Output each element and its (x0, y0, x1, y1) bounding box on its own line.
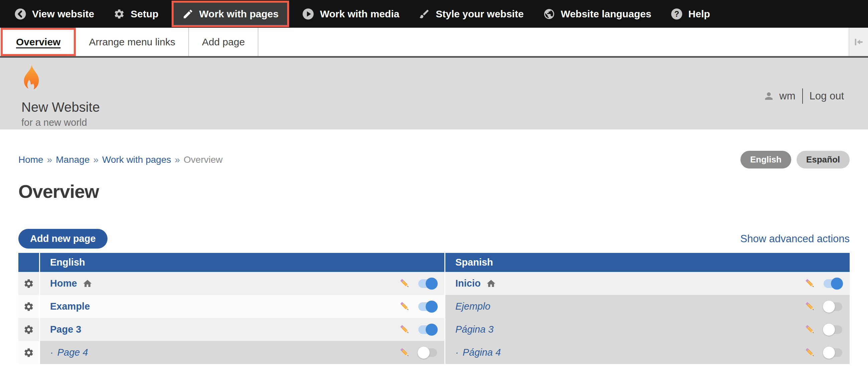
visibility-toggle[interactable] (824, 302, 842, 311)
edit-pencil-icon[interactable] (399, 301, 411, 312)
topbar-item-label: Work with pages (199, 8, 279, 20)
column-header-english: English (39, 253, 444, 272)
page-name: Example (50, 301, 90, 312)
page-link[interactable]: Home (50, 278, 77, 289)
tab-overview[interactable]: Overview (1, 28, 76, 56)
toggle-knob (426, 277, 438, 290)
edit-pencil-icon[interactable] (804, 324, 816, 336)
breadcrumb-separator: » (175, 155, 180, 165)
gear-icon[interactable] (23, 324, 34, 335)
topbar-item-setup[interactable]: Setup (104, 0, 168, 28)
collapse-left-icon (853, 36, 864, 48)
topbar-item-view-website[interactable]: View website (5, 0, 104, 28)
visibility-toggle[interactable] (418, 279, 437, 288)
visibility-toggle[interactable] (418, 348, 437, 357)
add-new-page-button[interactable]: Add new page (18, 229, 107, 248)
back-circle-icon (14, 8, 26, 20)
gear-icon[interactable] (23, 278, 34, 289)
table-row: Page 3 Página 3 (18, 318, 850, 341)
edit-pencil-icon[interactable] (804, 277, 816, 290)
table-row: Example Ejemplo (18, 295, 850, 318)
page-name: Page 4 (57, 347, 88, 358)
collapse-panel-button[interactable] (849, 28, 868, 56)
toggle-knob (823, 347, 835, 359)
visibility-toggle[interactable] (824, 279, 842, 288)
pages-table-header: English Spanish (18, 253, 850, 272)
toggle-knob (823, 301, 835, 312)
topbar-item-help[interactable]: Help (661, 0, 720, 28)
page-link[interactable]: Ejemplo (455, 301, 490, 312)
show-advanced-actions-link[interactable]: Show advanced actions (741, 233, 850, 245)
language-button-espanol[interactable]: Español (797, 151, 850, 168)
topbar-item-label: View website (32, 8, 94, 20)
logout-link[interactable]: Log out (810, 90, 844, 102)
row-settings-cell (18, 272, 39, 295)
page-cell-spanish: Inicio (444, 272, 850, 295)
page-link[interactable]: Page 3 (50, 324, 82, 335)
edit-pencil-icon[interactable] (804, 301, 816, 312)
topbar-item-style-your-website[interactable]: Style your website (409, 0, 533, 28)
page-link[interactable]: Página 3 (455, 324, 494, 335)
page-name: Página 3 (455, 324, 494, 335)
table-row: Home Inicio (18, 272, 850, 295)
row-settings-cell (18, 295, 39, 318)
toggle-knob (426, 324, 438, 336)
visibility-toggle[interactable] (824, 325, 842, 334)
topbar-item-website-languages[interactable]: Website languages (533, 0, 661, 28)
main-content: Home»Manage»Work with pages»Overview Eng… (0, 151, 868, 364)
tabbar-spacer (258, 28, 849, 56)
page-link[interactable]: ·Página 4 (455, 347, 501, 358)
page-cell-english: Home (39, 272, 444, 295)
visibility-toggle[interactable] (418, 325, 437, 334)
play-circle-icon (302, 8, 314, 20)
table-row: ·Page 4 ·Página 4 (18, 341, 850, 364)
tab-label: Add page (202, 36, 245, 48)
flame-logo (21, 62, 42, 97)
topbar-item-work-with-media[interactable]: Work with media (292, 0, 409, 28)
site-tagline: for a new world (21, 117, 868, 128)
tab-add-page[interactable]: Add page (189, 28, 258, 56)
question-circle-icon (671, 8, 683, 20)
top-nav-bar: View website Setup Work with pages Work … (0, 0, 868, 28)
page-title: Overview (18, 180, 850, 202)
edit-pencil-icon[interactable] (399, 277, 411, 290)
toggle-knob (426, 301, 438, 312)
gear-icon[interactable] (23, 301, 34, 312)
page-link[interactable]: ·Page 4 (50, 347, 88, 358)
breadcrumb-separator: » (93, 155, 98, 165)
page-cell-english: Example (39, 295, 444, 318)
topbar-item-label: Work with media (320, 8, 399, 20)
toggle-knob (831, 277, 843, 290)
section-tab-bar: Overview Arrange menu links Add page (0, 28, 868, 58)
breadcrumb-link-work-with-pages[interactable]: Work with pages (102, 155, 171, 165)
toggle-knob (823, 324, 835, 336)
child-page-prefix: · (455, 347, 459, 358)
topbar-item-work-with-pages[interactable]: Work with pages (172, 1, 289, 27)
visibility-toggle[interactable] (418, 302, 437, 311)
page-cell-spanish: ·Página 4 (444, 341, 850, 364)
username: wm (779, 90, 795, 102)
topbar-item-label: Help (688, 8, 710, 20)
edit-pencil-icon[interactable] (399, 347, 411, 359)
visibility-toggle[interactable] (824, 348, 842, 357)
child-page-prefix: · (50, 347, 54, 358)
row-settings-cell (18, 318, 39, 341)
column-header-spanish: Spanish (444, 253, 850, 272)
brush-icon (418, 8, 430, 20)
row-settings-cell (18, 341, 39, 364)
tab-label: Arrange menu links (89, 36, 175, 48)
breadcrumb-link-home[interactable]: Home (18, 155, 43, 165)
page-name: Page 3 (50, 324, 82, 335)
edit-pencil-icon[interactable] (399, 324, 411, 336)
page-link[interactable]: Inicio (455, 278, 481, 289)
user-divider (802, 89, 803, 104)
tab-arrange-menu-links[interactable]: Arrange menu links (76, 28, 188, 56)
language-button-english[interactable]: English (741, 151, 791, 168)
edit-pencil-icon[interactable] (804, 347, 816, 359)
page-link[interactable]: Example (50, 301, 90, 312)
breadcrumb-link-manage[interactable]: Manage (56, 155, 90, 165)
gear-icon[interactable] (23, 347, 34, 358)
page-name: Ejemplo (455, 301, 490, 312)
pages-table: English Spanish Home Inicio (18, 253, 850, 364)
home-icon (83, 278, 92, 289)
